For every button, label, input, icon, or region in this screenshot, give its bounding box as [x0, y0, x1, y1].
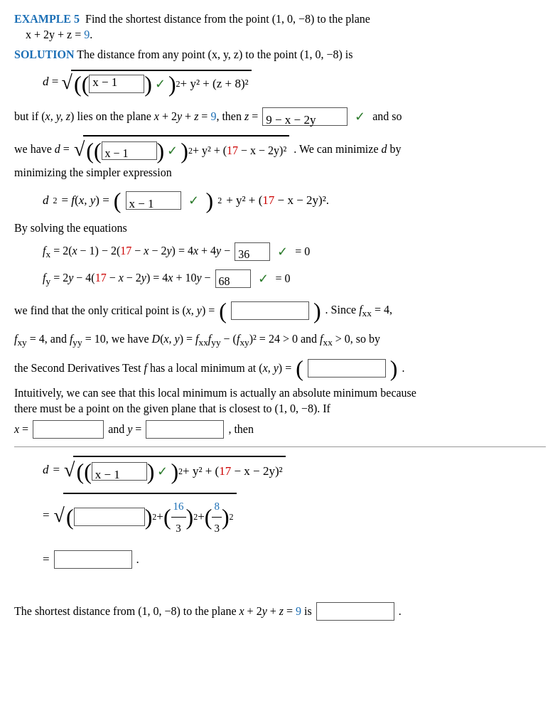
input-x-minus-1-2[interactable]: x − 1: [102, 141, 157, 160]
d-squared-formula: d2 = f(x, y) = ( x − 1 ✓ ) 2 + y² + (17 …: [43, 188, 546, 213]
sqrt-expr-eval: √ ( ) 2 + ( 16 3 ) 2 + ( 8 3 ) 2: [54, 493, 237, 539]
intuitively-para: Intuitively, we can see that this local …: [14, 387, 546, 400]
fxy-fyy-line: fxy = 4, and fyy = 10, we have D(x, y) =…: [14, 328, 546, 353]
check-fy: ✓: [258, 266, 269, 291]
input-fy-box[interactable]: 68: [215, 269, 251, 288]
sqrt-expr-1: √ ( ( x − 1 ) ✓ ) 2 + y² + (z + 8)²: [62, 70, 252, 95]
input-x-val[interactable]: [33, 420, 104, 439]
by-solving-text: By solving the equations: [14, 222, 546, 235]
input-d2-box[interactable]: [74, 508, 145, 526]
plane-rhs: 9: [84, 28, 90, 41]
check-fx: ✓: [277, 239, 288, 264]
fx-equation-row: fx = 2(x − 1) − 2(17 − x − 2y) = 4x + 4y…: [43, 239, 546, 264]
by-solving-label: By solving the equations: [14, 222, 127, 234]
input-fx-box[interactable]: 36: [235, 242, 270, 261]
example-header: EXAMPLE 5 Find the shortest distance fro…: [14, 13, 546, 26]
second-deriv-line: the Second Derivatives Test f has a loca…: [14, 357, 546, 380]
plane-eq-text: x + 2y + z = 9.: [26, 28, 92, 41]
problem-text: Find the shortest distance from the poin…: [85, 13, 370, 26]
critical-point-line: we find that the only critical point is …: [14, 299, 546, 323]
distance-formula: d = √ ( ( x − 1 ) ✓ ) 2 + y² + (z + 8)²: [43, 70, 546, 95]
and-so-text: and so: [372, 105, 402, 128]
input-critical-point[interactable]: [231, 301, 309, 320]
check-5: ✓: [157, 459, 168, 484]
fy-equation-row: fy = 2y − 4(17 − x − 2y) = 4x + 10y − 68…: [43, 266, 546, 291]
sqrt-expr-final: √ ( ( x − 1 ) ✓ ) 2 + y² + (17 − x − 2y)…: [64, 456, 286, 484]
minimizing-label: minimizing the simpler expression: [14, 166, 172, 178]
we-have-line: we have d = √ ( ( x − 1 ) ✓ ) 2 + y² + (…: [14, 135, 546, 164]
solution-intro: SOLUTION The distance from any point (x,…: [14, 48, 546, 61]
minimizing-text: minimizing the simpler expression: [14, 166, 546, 179]
xy-values-line: x = and y = , then: [14, 418, 546, 441]
there-must-line: there must be a point on the given plane…: [14, 402, 546, 415]
check-3: ✓: [167, 138, 178, 164]
input-z-value[interactable]: 9 − x − 2y: [262, 107, 348, 126]
check-2: ✓: [355, 104, 365, 129]
check-1: ✓: [155, 76, 166, 92]
input-x-minus-1-final[interactable]: x − 1: [92, 462, 147, 481]
solution-intro-text: The distance from any point (x, y, z) to…: [77, 48, 352, 60]
d-formula-final-1: d = √ ( ( x − 1 ) ✓ ) 2 + y² + (17 − x −…: [43, 456, 546, 484]
but-if-line: but if (x, y, z) lies on the plane x + 2…: [14, 104, 546, 129]
final-statement: The shortest distance from (1, 0, −8) to…: [14, 600, 546, 623]
solution-label: SOLUTION: [14, 48, 74, 60]
input-min-point[interactable]: [308, 359, 386, 378]
d-formula-final-2: = √ ( ) 2 + ( 16 3 ) 2 + ( 8 3 ) 2: [43, 493, 546, 539]
example-label: EXAMPLE 5: [14, 13, 80, 26]
d-formula-final-3: = .: [43, 547, 546, 572]
plane-equation: x + 2y + z = 9.: [26, 28, 546, 41]
input-x-minus-1-3[interactable]: x − 1: [126, 191, 181, 210]
fraction-16-3: 16 3: [171, 496, 186, 539]
input-y-val[interactable]: [146, 420, 224, 439]
check-4: ✓: [188, 188, 199, 213]
fraction-8-3: 8 3: [212, 496, 222, 539]
input-shortest-dist[interactable]: [316, 602, 394, 621]
input-final-d[interactable]: [54, 550, 132, 569]
input-x-minus-1-1[interactable]: x − 1: [89, 75, 144, 93]
sqrt-expr-2: √ ( ( x − 1 ) ✓ ) 2 + y² + (17 − x − 2y)…: [74, 135, 289, 164]
divider-1: [14, 446, 546, 447]
